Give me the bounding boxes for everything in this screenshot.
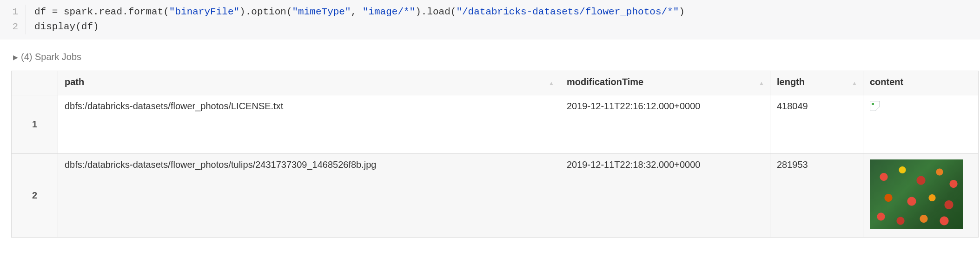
- col-header-path[interactable]: path ▲: [58, 71, 560, 95]
- code-line[interactable]: display(df): [34, 20, 685, 34]
- cell-length: 281953: [770, 154, 863, 238]
- cell-content: [863, 154, 979, 238]
- code-area[interactable]: df = spark.read.format("binaryFile").opt…: [26, 5, 685, 34]
- row-index-header[interactable]: [12, 71, 58, 95]
- col-header-label: content: [870, 77, 903, 87]
- col-header-label: modificationTime: [567, 77, 643, 87]
- line-number: 1: [0, 5, 18, 20]
- row-index: 2: [12, 154, 58, 238]
- table-row[interactable]: 2dbfs:/databricks-datasets/flower_photos…: [12, 154, 979, 238]
- code-cell[interactable]: 12 df = spark.read.format("binaryFile").…: [0, 0, 980, 40]
- col-header-label: path: [65, 77, 84, 87]
- row-index: 1: [12, 95, 58, 154]
- sort-icon[interactable]: ▲: [759, 80, 764, 86]
- col-header-content[interactable]: content: [863, 71, 979, 95]
- broken-image-icon: [870, 101, 880, 111]
- line-number: 2: [0, 20, 18, 34]
- spark-jobs-label: (4) Spark Jobs: [21, 52, 81, 62]
- cell-modificationTime: 2019-12-11T22:16:12.000+0000: [560, 95, 770, 154]
- cell-path: dbfs:/databricks-datasets/flower_photos/…: [58, 154, 560, 238]
- result-table: path ▲ modificationTime ▲ length ▲ conte…: [11, 71, 979, 238]
- cell-content: [863, 95, 979, 154]
- caret-right-icon: ▶: [13, 53, 18, 61]
- code-line[interactable]: df = spark.read.format("binaryFile").opt…: [34, 5, 685, 20]
- sort-icon[interactable]: ▲: [549, 80, 554, 86]
- table-header-row: path ▲ modificationTime ▲ length ▲ conte…: [12, 71, 979, 95]
- cell-length: 418049: [770, 95, 863, 154]
- code-gutter: 12: [0, 5, 26, 34]
- image-thumbnail: [870, 159, 963, 229]
- table-row[interactable]: 1dbfs:/databricks-datasets/flower_photos…: [12, 95, 979, 154]
- spark-jobs-expander[interactable]: ▶ (4) Spark Jobs: [13, 52, 81, 62]
- col-header-length[interactable]: length ▲: [770, 71, 863, 95]
- cell-path: dbfs:/databricks-datasets/flower_photos/…: [58, 95, 560, 154]
- cell-modificationTime: 2019-12-11T22:18:32.000+0000: [560, 154, 770, 238]
- col-header-modificationTime[interactable]: modificationTime ▲: [560, 71, 770, 95]
- sort-icon[interactable]: ▲: [852, 80, 857, 86]
- col-header-label: length: [777, 77, 805, 87]
